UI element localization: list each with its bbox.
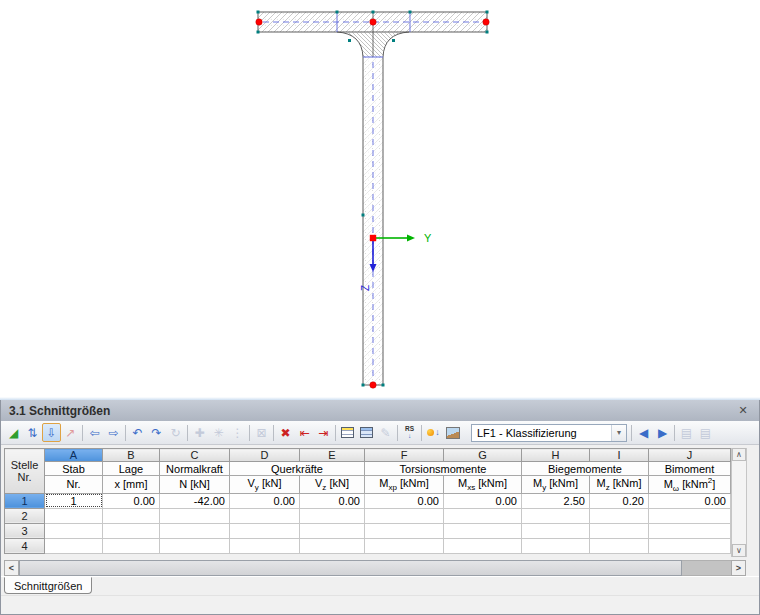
table-cell[interactable] (649, 523, 731, 538)
column-header-J[interactable]: J (649, 449, 731, 462)
append-row-icon[interactable]: ⇥ (314, 423, 333, 442)
toolbar-separator (187, 425, 188, 441)
toolbar-separator (249, 425, 250, 441)
unit-header: N [kN] (160, 476, 230, 494)
column-header-E[interactable]: E (300, 449, 365, 462)
table-cell[interactable] (160, 508, 230, 523)
table-cell[interactable] (230, 508, 300, 523)
refresh-icon: ↻ (166, 423, 185, 442)
export-icon[interactable]: ↓ (424, 423, 443, 442)
toolbar-separator (421, 425, 422, 441)
tab-schnittgroessen[interactable]: Schnittgrößen (4, 577, 92, 594)
previous-table-icon[interactable]: ⇦ (85, 423, 104, 442)
jump-to-graphic-icon[interactable]: ⇩ (42, 423, 61, 442)
cell-vy[interactable]: 0.00 (230, 493, 300, 508)
column-header-I[interactable]: I (590, 449, 649, 462)
horizontal-scrollbar-thumb[interactable] (19, 560, 682, 576)
cell-mz[interactable]: 0.20 (590, 493, 649, 508)
result-diagram-icon[interactable]: ◢ (4, 423, 23, 442)
column-header-D[interactable]: D (230, 449, 300, 462)
table-cell[interactable] (522, 508, 590, 523)
table-cell[interactable] (300, 523, 365, 538)
table-cell[interactable] (649, 508, 731, 523)
cell-normalkraft-n[interactable]: -42.00 (160, 493, 230, 508)
table-cell[interactable] (45, 508, 103, 523)
column-header-H[interactable]: H (522, 449, 590, 462)
table-cell[interactable] (444, 538, 522, 553)
table-cell[interactable] (300, 538, 365, 553)
group-header-querkraefte: Querkräfte (230, 462, 365, 476)
table-cell[interactable] (103, 523, 160, 538)
scroll-down-icon[interactable]: ∨ (732, 544, 746, 557)
load-case-value: LF1 - Klassifizierung (472, 427, 611, 439)
cell-stab-nr[interactable]: 1 (45, 493, 103, 508)
insert-row-icon[interactable]: ⇤ (295, 423, 314, 442)
table-cell[interactable] (365, 538, 444, 553)
column-header-B[interactable]: B (103, 449, 160, 462)
sort-rs-icon[interactable]: RS ↓ (400, 423, 419, 442)
cell-my[interactable]: 2.50 (522, 493, 590, 508)
table-cell[interactable] (230, 523, 300, 538)
chevron-down-icon[interactable]: ▾ (611, 425, 626, 441)
scroll-right-icon[interactable]: > (731, 560, 746, 576)
table-cell[interactable] (160, 523, 230, 538)
row-header-4[interactable]: 4 (5, 538, 45, 553)
table-cell[interactable] (365, 508, 444, 523)
redo-icon[interactable]: ↷ (147, 423, 166, 442)
vertical-scrollbar[interactable]: ∧ ∨ (731, 448, 747, 557)
graphics-canvas[interactable]: Y Z (0, 0, 760, 397)
group-header-lage: Lage (103, 462, 160, 476)
corner-header: Stelle Nr. (5, 449, 45, 494)
cell-mxs[interactable]: 0.00 (444, 493, 522, 508)
table-cell[interactable] (103, 538, 160, 553)
row-header-1[interactable]: 1 (5, 493, 45, 508)
clear-table-icon: ⊠ (252, 423, 271, 442)
centroid-node-marker[interactable] (370, 235, 376, 241)
table-cell[interactable] (522, 523, 590, 538)
group-header-biegemomente: Biegemomente (522, 462, 649, 476)
horizontal-scrollbar[interactable]: < > (4, 560, 746, 576)
column-header-A[interactable]: A (45, 449, 103, 462)
table-full-view-icon[interactable] (357, 423, 376, 442)
table-cell[interactable] (444, 508, 522, 523)
column-header-C[interactable]: C (160, 449, 230, 462)
report-picture-icon[interactable] (443, 423, 462, 442)
panel-toolbar: ◢ ⇅ ⇩ ↗ ⇦ ⇨ ↶ ↷ ↻ ✚ ✳ ⋮ ⊠ ✖ ⇤ ⇥ ✎ RS ↓ ↓ (1, 421, 759, 445)
row-header-2[interactable]: 2 (5, 508, 45, 523)
table-cell[interactable] (444, 523, 522, 538)
scroll-up-icon[interactable]: ∧ (732, 448, 746, 461)
next-loadcase-icon[interactable]: ▶ (653, 423, 672, 442)
column-header-G[interactable]: G (444, 449, 522, 462)
next-table-icon[interactable]: ⇨ (104, 423, 123, 442)
table-cell[interactable] (365, 523, 444, 538)
table-cell[interactable] (522, 538, 590, 553)
load-case-select[interactable]: LF1 - Klassifizierung ▾ (471, 424, 627, 442)
table-cell[interactable] (103, 508, 160, 523)
undo-icon[interactable]: ↶ (128, 423, 147, 442)
table-cell[interactable] (649, 538, 731, 553)
previous-loadcase-icon[interactable]: ◀ (634, 423, 653, 442)
delete-row-icon[interactable]: ✖ (276, 423, 295, 442)
table-cell[interactable] (590, 508, 649, 523)
toolbar-separator (397, 425, 398, 441)
table-up-icon: ▤ (677, 423, 696, 442)
table-settings-icon[interactable]: ⇅ (23, 423, 42, 442)
table-view-icon[interactable] (338, 423, 357, 442)
table-cell[interactable] (590, 538, 649, 553)
row-header-3[interactable]: 3 (5, 523, 45, 538)
unit-header: Mω [kNm2] (649, 476, 731, 494)
close-icon[interactable]: ✕ (735, 404, 751, 417)
table-cell[interactable] (300, 508, 365, 523)
table-cell[interactable] (590, 523, 649, 538)
scroll-left-icon[interactable]: < (4, 560, 19, 576)
table-cell[interactable] (45, 523, 103, 538)
cell-lage-x[interactable]: 0.00 (103, 493, 160, 508)
column-header-F[interactable]: F (365, 449, 444, 462)
table-cell[interactable] (160, 538, 230, 553)
unit-header: Vy [kN] (230, 476, 300, 494)
cell-mxp[interactable]: 0.00 (365, 493, 444, 508)
table-cell[interactable] (230, 538, 300, 553)
table-cell[interactable] (45, 538, 103, 553)
cell-momega[interactable]: 0.00 (649, 493, 731, 508)
cell-vz[interactable]: 0.00 (300, 493, 365, 508)
